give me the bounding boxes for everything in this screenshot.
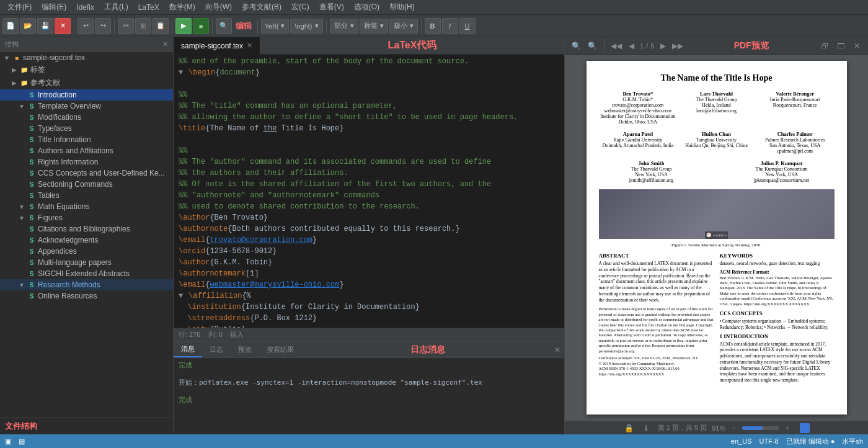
right-cmd-dropdown[interactable]: \right) ▾: [290, 19, 322, 34]
sidebar-item-sigchi[interactable]: S SIGCHI Extended Abstracts: [0, 268, 173, 279]
sidebar-item-refs[interactable]: ▶ 📁 参考文献: [0, 76, 173, 89]
expand-affil-icon[interactable]: ▼: [179, 292, 186, 303]
menu-idefix[interactable]: Idefix: [71, 2, 99, 13]
sidebar-item-modifications[interactable]: S Modifications: [0, 112, 173, 123]
sidebar-item-authors[interactable]: S Authors and Affiliations: [0, 145, 173, 156]
menu-wizard[interactable]: 向导(W): [200, 1, 237, 14]
sidebar-item-sectioning[interactable]: S Sectioning Commands: [0, 179, 173, 190]
code-text: \author{G.K.M. Tobin}: [179, 258, 272, 269]
bottom-tab-preview[interactable]: 预览: [231, 343, 259, 357]
sidebar-tree: ▼ ■ sample-sigconf.tex ▶ 📁 标签 ▶ 📁 参考文献 S…: [0, 52, 173, 418]
sidebar-item-math[interactable]: ▼ S Math Equations: [0, 201, 173, 212]
sidebar-item-multilang[interactable]: S Multi-language papers: [0, 257, 173, 268]
sidebar-item-template-overview[interactable]: ▼ S Template Overview: [0, 101, 173, 112]
search-button[interactable]: 🔍: [216, 18, 232, 34]
menu-macro[interactable]: 宏(C): [286, 1, 314, 14]
menu-tools[interactable]: 工具(L): [99, 1, 133, 14]
status-icon2[interactable]: ▤: [19, 437, 25, 446]
sidebar-item-rights[interactable]: S Rights Information: [0, 156, 173, 168]
paste-button[interactable]: 📋: [153, 18, 169, 34]
redo-button[interactable]: ↪: [95, 18, 111, 34]
pdf-search-button[interactable]: 🔍: [586, 40, 598, 52]
bottom-close-button[interactable]: ✕: [554, 346, 560, 354]
sidebar-item-typefaces[interactable]: S Typefaces: [0, 123, 173, 134]
compile-stop-button[interactable]: ■: [193, 18, 209, 34]
bottom-panel: 消息 日志 预览 搜索结果 日志消息 ✕ 完成 开始：pdflatex.exe …: [174, 341, 564, 434]
status-text: 已就绪 编辑动 ●: [786, 437, 835, 446]
pdf-zoom-slider[interactable]: [742, 426, 779, 430]
pdf-next-button[interactable]: ▶▶: [671, 40, 684, 52]
sidebar-item-figures[interactable]: ▼ S Figures: [0, 212, 173, 223]
pdf-prev-button[interactable]: ◀◀: [610, 40, 622, 52]
folder-icon-refs: 📁: [20, 79, 29, 87]
italic-button[interactable]: I: [442, 18, 458, 34]
part-dropdown[interactable]: 部分 ▾: [330, 19, 358, 34]
sidebar-item-root-file[interactable]: ▼ ■ sample-sigconf.tex: [0, 52, 173, 63]
save-file-button[interactable]: 💾: [37, 18, 53, 34]
pdf-prev-page-button[interactable]: ◀: [625, 40, 637, 52]
menu-latex[interactable]: LaTeX: [133, 2, 164, 13]
section-icon-research: S: [27, 280, 36, 289]
sidebar-item-title-info[interactable]: S Title Information: [0, 134, 173, 145]
bottom-tab-messages[interactable]: 消息: [174, 342, 202, 357]
pdf-next-page-button[interactable]: ▶: [657, 40, 669, 52]
sep6: [326, 19, 327, 34]
sidebar-close-icon[interactable]: ✕: [162, 40, 168, 48]
expand-icon-refs: ▶: [10, 79, 19, 87]
copy-button[interactable]: ⎘: [135, 18, 151, 34]
sidebar-item-ack[interactable]: S Acknowledgments: [0, 235, 173, 246]
menu-help[interactable]: 帮助(H): [384, 1, 420, 14]
section-icon-tables: S: [27, 191, 36, 200]
bottom-tab-search[interactable]: 搜索结果: [259, 343, 301, 357]
menu-options[interactable]: 选项(O): [349, 1, 384, 14]
code-text: %% The "title" command has an optional p…: [179, 102, 397, 113]
sidebar-item-ccs[interactable]: S CCS Concepts and User-Defined Ke...: [0, 168, 173, 179]
sidebar-item-introduction[interactable]: S Introduction: [0, 89, 173, 101]
size-label: 极小: [394, 21, 407, 30]
new-file-button[interactable]: 📄: [2, 18, 19, 34]
editor-tab-active[interactable]: sample-sigconf.tex ✕: [174, 37, 260, 55]
pdf-close-button[interactable]: ✕: [851, 40, 863, 52]
menu-view[interactable]: 查看(V): [314, 1, 349, 14]
expand-icon[interactable]: ▼: [179, 68, 186, 79]
sidebar-item-research[interactable]: ▼ S Research Methods: [0, 279, 173, 290]
cut-button[interactable]: ✂: [118, 18, 134, 34]
menu-file[interactable]: 文件(F): [2, 1, 37, 14]
code-line: \city{Dublin}: [174, 325, 564, 328]
editor-tab-close[interactable]: ✕: [247, 42, 252, 50]
code-line: %%: [174, 91, 564, 102]
pdf-zoom-out-icon[interactable]: －: [730, 423, 737, 432]
left-cmd-dropdown[interactable]: \left( ▾: [261, 19, 289, 34]
underline-button[interactable]: U: [459, 18, 476, 34]
pdf-page-info: 第 1 页，共 5 页: [658, 423, 707, 432]
menu-edit[interactable]: 编辑(E): [37, 1, 71, 14]
tag-dropdown[interactable]: 标签 ▾: [360, 19, 388, 34]
menu-math[interactable]: 数学(M): [164, 1, 200, 14]
pdf-maximize-button[interactable]: 🗖: [835, 40, 847, 52]
sidebar-item-tables[interactable]: S Tables: [0, 190, 173, 201]
pdf-zoom-in-icon[interactable]: ＋: [784, 423, 791, 432]
open-file-button[interactable]: 📂: [20, 18, 36, 34]
bottom-tab-log[interactable]: 日志: [202, 343, 231, 357]
sidebar-item-online[interactable]: S Online Resources: [0, 290, 173, 302]
bold-button[interactable]: B: [425, 18, 441, 34]
editor-mode: 插入: [230, 331, 244, 338]
code-text: %% allowing the author to define a "shor…: [179, 113, 518, 124]
size-dropdown[interactable]: 极小 ▾: [389, 19, 418, 34]
code-editor[interactable]: %% end of the preamble, start of the bod…: [174, 55, 564, 328]
pdf-zoom-out-button[interactable]: 🔍: [570, 40, 582, 52]
sidebar-item-labels[interactable]: ▶ 📁 标签: [0, 63, 173, 76]
pdf-preview-area[interactable]: The Name of the Title Is Hope Ben Trovat…: [565, 55, 868, 421]
compile-button[interactable]: ▶: [175, 18, 192, 34]
pdf-authors-row3: John Smith The Thørvald Group New York, …: [599, 160, 835, 183]
close-file-button[interactable]: ✕: [55, 18, 71, 34]
undo-button[interactable]: ↩: [78, 18, 94, 34]
menu-refs[interactable]: 参考文献(B): [237, 1, 286, 14]
code-line: %% used to denote shared contribution to…: [174, 202, 564, 213]
sidebar-item-appendices[interactable]: S Appendices: [0, 246, 173, 257]
pdf-citation-text: Ben Trovato, G.K.M. Tobin, Lars Thørvald…: [720, 276, 835, 307]
sidebar-item-citations[interactable]: S Citations and Bibliographies: [0, 223, 173, 235]
status-icon1[interactable]: ▣: [5, 437, 11, 446]
main-layout: 结构 ✕ ▼ ■ sample-sigconf.tex ▶ 📁 标签 ▶ 📁 参…: [0, 37, 868, 434]
pdf-restore-button[interactable]: 🗗: [818, 40, 831, 52]
